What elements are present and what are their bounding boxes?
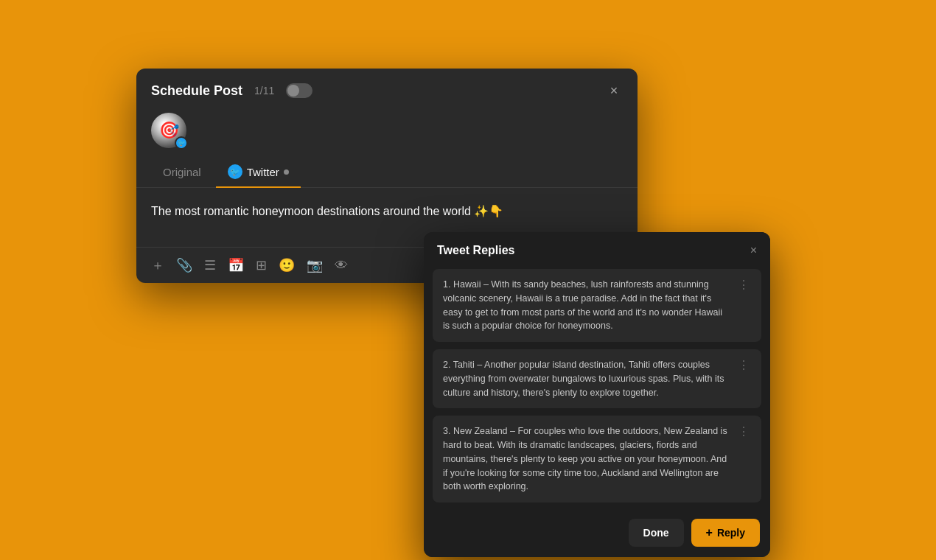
twitter-icon: 🐦 xyxy=(228,164,242,179)
reply-menu-1[interactable]: ⋮ xyxy=(736,278,751,292)
avatar-section: 🎯 🐦 xyxy=(136,113,638,157)
reply-text-2: 2. Tahiti – Another popular island desti… xyxy=(443,358,729,399)
close-replies-button[interactable]: × xyxy=(750,244,757,257)
emoji-icon[interactable]: 🙂 xyxy=(279,257,295,273)
reply-card-3: 3. New Zealand – For couples who love th… xyxy=(433,416,761,503)
modal-header: Schedule Post 1/11 × xyxy=(136,69,638,113)
toggle-switch[interactable] xyxy=(286,83,312,98)
reply-text-3: 3. New Zealand – For couples who love th… xyxy=(443,424,729,494)
done-button[interactable]: Done xyxy=(629,519,684,547)
tab-twitter[interactable]: 🐦 Twitter xyxy=(216,157,301,188)
close-modal-button[interactable]: × xyxy=(605,82,623,99)
twitter-badge: 🐦 xyxy=(175,136,188,150)
reply-button[interactable]: + Reply xyxy=(691,519,760,547)
tweet-replies-panel: Tweet Replies × 1. Hawaii – With its san… xyxy=(424,232,770,557)
reply-card-1: 1. Hawaii – With its sandy beaches, lush… xyxy=(433,269,761,342)
reply-menu-2[interactable]: ⋮ xyxy=(736,358,751,372)
attachment-icon[interactable]: 📎 xyxy=(176,257,192,273)
replies-footer: Done + Reply xyxy=(424,511,770,557)
camera-icon[interactable]: 📷 xyxy=(307,257,323,273)
eye-icon[interactable]: 👁 xyxy=(335,258,348,273)
replies-title: Tweet Replies xyxy=(437,244,515,257)
reply-plus-icon: + xyxy=(706,526,713,539)
replies-header: Tweet Replies × xyxy=(424,232,770,269)
calendar-icon[interactable]: 📅 xyxy=(228,257,244,273)
reply-text-1: 1. Hawaii – With its sandy beaches, lush… xyxy=(443,278,729,333)
reply-button-label: Reply xyxy=(717,527,745,539)
post-counter: 1/11 xyxy=(254,85,274,97)
modal-title: Schedule Post xyxy=(151,83,242,99)
reply-card-2: 2. Tahiti – Another popular island desti… xyxy=(433,349,761,408)
tabs-bar: Original 🐦 Twitter xyxy=(136,157,638,188)
tab-twitter-label: Twitter xyxy=(247,166,279,178)
post-text: The most romantic honeymoon destinations… xyxy=(151,203,623,220)
tab-dot xyxy=(284,169,289,175)
reply-menu-3[interactable]: ⋮ xyxy=(736,424,751,438)
tab-original[interactable]: Original xyxy=(151,157,213,188)
avatar: 🎯 🐦 xyxy=(151,113,186,148)
list-icon[interactable]: ☰ xyxy=(204,257,216,273)
tab-original-label: Original xyxy=(163,166,201,178)
layers-icon[interactable]: ⊞ xyxy=(256,257,267,273)
add-icon[interactable]: ＋ xyxy=(151,256,164,274)
